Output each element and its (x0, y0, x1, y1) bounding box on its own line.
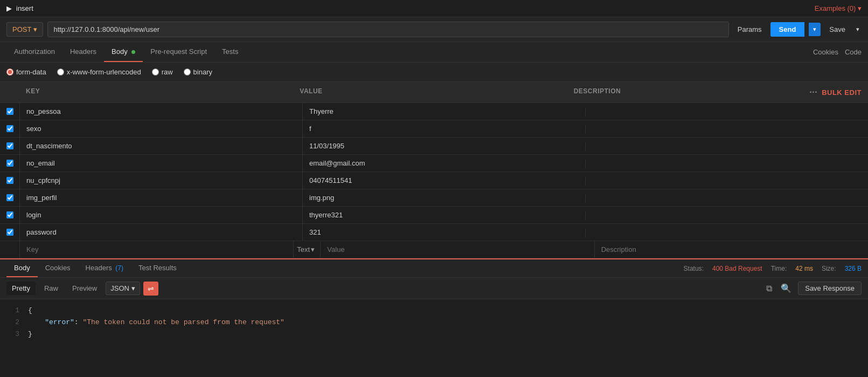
row-value-2: 11/03/1995 (302, 138, 585, 154)
row-desc-3 (585, 159, 868, 168)
wrap-button[interactable]: ⇌ (143, 282, 158, 296)
line-num-1: 1 (9, 305, 19, 317)
row-desc-0 (585, 107, 868, 116)
row-desc-4 (585, 176, 868, 185)
row-desc-7 (585, 228, 868, 237)
row-value-6: thyerre321 (302, 207, 585, 223)
row-checkbox-0[interactable] (6, 108, 13, 115)
new-description-input[interactable] (594, 241, 868, 258)
code-content-1: { (28, 305, 859, 317)
resp-tab-raw[interactable]: Raw (39, 282, 64, 295)
response-tabs-row: Body Cookies Headers (7) Test Results St… (0, 259, 868, 278)
examples-link[interactable]: Examples (0) ▾ (815, 4, 862, 12)
row-check-3[interactable] (0, 155, 19, 171)
row-checkbox-2[interactable] (6, 142, 13, 149)
url-input[interactable] (47, 22, 728, 37)
header-key: KEY (19, 85, 293, 99)
cookies-link[interactable]: Cookies (813, 48, 838, 56)
more-options-icon[interactable]: ··· (809, 87, 817, 97)
tab-body[interactable]: Body (104, 42, 143, 62)
save-response-button[interactable]: Save Response (798, 282, 862, 295)
send-button[interactable]: Send (770, 22, 805, 37)
search-button[interactable]: 🔍 (779, 281, 794, 296)
json-string-val: "The token could not be parsed from the … (82, 318, 284, 326)
copy-button[interactable]: ⧉ (764, 282, 774, 296)
response-tab-cookies[interactable]: Cookies (38, 259, 78, 277)
row-check-5[interactable] (0, 190, 19, 205)
response-tab-headers[interactable]: Headers (7) (78, 259, 131, 277)
row-desc-6 (585, 211, 868, 220)
table-row: no_email email@gmail.com (0, 155, 868, 172)
params-button[interactable]: Params (733, 23, 766, 36)
save-dropdown-button[interactable]: ▾ (854, 23, 862, 36)
raw-option[interactable]: raw (152, 68, 173, 76)
table-row: dt_nascimento 11/03/1995 (0, 138, 868, 155)
tab-pre-request-script[interactable]: Pre-request Script (143, 42, 214, 62)
method-button[interactable]: POST ▾ (6, 22, 43, 37)
row-key-7: password (19, 224, 302, 241)
table-row: no_pessoa Thyerre (0, 103, 868, 120)
table-header: KEY VALUE DESCRIPTION ··· Bulk Edit (0, 82, 868, 103)
status-value: 400 Bad Request (712, 265, 762, 272)
row-value-3: email@gmail.com (302, 155, 585, 172)
new-row-check (0, 245, 19, 254)
raw-radio[interactable] (152, 68, 159, 76)
row-checkbox-1[interactable] (6, 125, 13, 132)
binary-option[interactable]: binary (184, 68, 212, 76)
header-description: DESCRIPTION (567, 85, 841, 99)
body-options: form-data x-www-form-urlencoded raw bina… (0, 63, 868, 82)
save-button[interactable]: Save (825, 23, 850, 36)
code-line-3: 3 } (9, 328, 859, 340)
row-check-2[interactable] (0, 138, 19, 154)
table-row: img_perfil img.png (0, 189, 868, 207)
row-check-4[interactable] (0, 173, 19, 188)
resp-tab-preview[interactable]: Preview (67, 282, 102, 295)
table-row: nu_cpfcnpj 04074511541 (0, 172, 868, 189)
tab-tests[interactable]: Tests (214, 42, 246, 62)
row-key-4: nu_cpfcnpj (19, 172, 302, 189)
form-data-option[interactable]: form-data (6, 68, 46, 76)
table-row: login thyerre321 (0, 207, 868, 224)
new-value-input[interactable] (320, 241, 594, 258)
code-content-2: "error": "The token could not be parsed … (28, 317, 859, 328)
code-link[interactable]: Code (845, 48, 862, 56)
row-value-7: 321 (302, 224, 585, 241)
x-www-option[interactable]: x-www-form-urlencoded (57, 68, 141, 76)
row-checkbox-7[interactable] (6, 229, 13, 236)
row-desc-5 (585, 194, 868, 202)
tab-authorization[interactable]: Authorization (6, 42, 63, 62)
send-dropdown-button[interactable]: ▾ (809, 23, 821, 36)
bottom-section: Body Cookies Headers (7) Test Results St… (0, 258, 868, 364)
response-tab-body[interactable]: Body (6, 259, 38, 277)
row-check-7[interactable] (0, 224, 19, 240)
row-key-5: img_perfil (19, 189, 302, 206)
binary-radio[interactable] (184, 68, 191, 76)
code-content-3: } (28, 328, 859, 340)
row-value-4: 04074511541 (302, 172, 585, 189)
size-value: 326 B (845, 265, 862, 272)
row-check-1[interactable] (0, 121, 19, 136)
resp-tab-pretty[interactable]: Pretty (6, 282, 36, 295)
form-data-radio[interactable] (6, 68, 13, 76)
response-tab-test-results[interactable]: Test Results (131, 259, 184, 277)
row-value-0: Thyerre (302, 103, 585, 120)
row-check-6[interactable] (0, 207, 19, 223)
row-checkbox-6[interactable] (6, 211, 13, 218)
new-key-input[interactable] (19, 241, 293, 258)
tab-headers[interactable]: Headers (63, 42, 104, 62)
bulk-edit-button[interactable]: Bulk Edit (822, 88, 862, 97)
body-active-dot (131, 50, 135, 54)
resp-right-actions: ⧉ 🔍 Save Response (764, 281, 862, 296)
row-desc-1 (585, 125, 868, 133)
row-check-0[interactable] (0, 104, 19, 119)
text-type-dropdown[interactable]: Text ▾ (293, 241, 320, 258)
row-checkbox-4[interactable] (6, 177, 13, 184)
row-checkbox-5[interactable] (6, 194, 13, 201)
row-key-2: dt_nascimento (19, 138, 302, 154)
new-row: Text ▾ (0, 241, 868, 258)
row-checkbox-3[interactable] (6, 160, 13, 167)
x-www-radio[interactable] (57, 68, 64, 76)
status-info: Status: 400 Bad Request Time: 42 ms Size… (684, 265, 862, 272)
format-select-button[interactable]: JSON ▾ (106, 282, 140, 295)
json-key: "error" (45, 318, 74, 326)
